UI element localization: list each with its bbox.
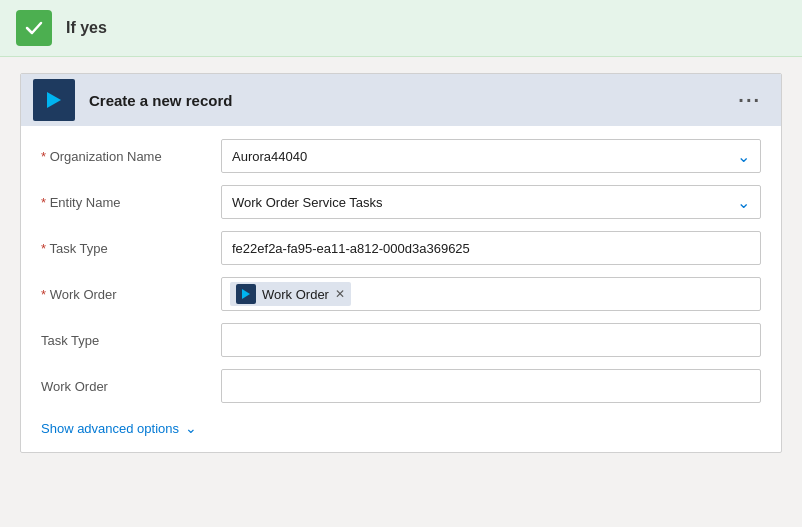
work-order-required-row: Work Order Work Order ✕ — [41, 276, 761, 312]
entity-name-chevron-icon: ⌄ — [737, 193, 750, 212]
task-type-required-label: Task Type — [41, 241, 221, 256]
show-advanced-chevron-icon: ⌄ — [185, 420, 197, 436]
task-type-optional-field — [221, 323, 761, 357]
entity-name-label: Entity Name — [41, 195, 221, 210]
org-name-field: Aurora44040 ⌄ — [221, 139, 761, 173]
work-order-tag: Work Order ✕ — [230, 282, 351, 306]
card-title: Create a new record — [89, 92, 730, 109]
entity-name-field: Work Order Service Tasks ⌄ — [221, 185, 761, 219]
entity-name-value: Work Order Service Tasks — [232, 195, 731, 210]
main-area: Create a new record ··· Organization Nam… — [0, 57, 802, 527]
show-advanced-label: Show advanced options — [41, 421, 179, 436]
check-icon — [16, 10, 52, 46]
work-order-tag-container: Work Order ✕ — [221, 277, 761, 311]
task-type-required-field — [221, 231, 761, 265]
org-name-label: Organization Name — [41, 149, 221, 164]
task-type-optional-row: Task Type — [41, 322, 761, 358]
task-type-input-container — [221, 231, 761, 265]
work-order-optional-field — [221, 369, 761, 403]
entity-name-dropdown[interactable]: Work Order Service Tasks ⌄ — [221, 185, 761, 219]
svg-marker-1 — [242, 289, 250, 299]
work-order-tag-icon — [236, 284, 256, 304]
org-name-chevron-icon: ⌄ — [737, 147, 750, 166]
task-type-optional-label: Task Type — [41, 333, 221, 348]
org-name-dropdown[interactable]: Aurora44040 ⌄ — [221, 139, 761, 173]
card-header: Create a new record ··· — [21, 74, 781, 126]
entity-name-row: Entity Name Work Order Service Tasks ⌄ — [41, 184, 761, 220]
card-menu-button[interactable]: ··· — [730, 86, 769, 114]
header-bar: If yes — [0, 0, 802, 57]
card-body: Organization Name Aurora44040 ⌄ Entity N… — [21, 126, 781, 452]
org-name-value: Aurora44040 — [232, 149, 731, 164]
page-title: If yes — [66, 19, 107, 37]
work-order-required-field: Work Order ✕ — [221, 277, 761, 311]
org-name-row: Organization Name Aurora44040 ⌄ — [41, 138, 761, 174]
show-advanced-button[interactable]: Show advanced options ⌄ — [41, 414, 761, 436]
task-type-input[interactable] — [232, 241, 750, 256]
task-type-optional-input[interactable] — [221, 323, 761, 357]
work-order-optional-input[interactable] — [221, 369, 761, 403]
work-order-optional-row: Work Order — [41, 368, 761, 404]
svg-marker-0 — [47, 92, 61, 108]
create-record-card: Create a new record ··· Organization Nam… — [20, 73, 782, 453]
work-order-tag-label: Work Order — [262, 287, 329, 302]
work-order-tag-close-icon[interactable]: ✕ — [335, 287, 345, 301]
task-type-required-row: Task Type — [41, 230, 761, 266]
work-order-required-label: Work Order — [41, 287, 221, 302]
card-logo-icon — [33, 79, 75, 121]
work-order-optional-label: Work Order — [41, 379, 221, 394]
